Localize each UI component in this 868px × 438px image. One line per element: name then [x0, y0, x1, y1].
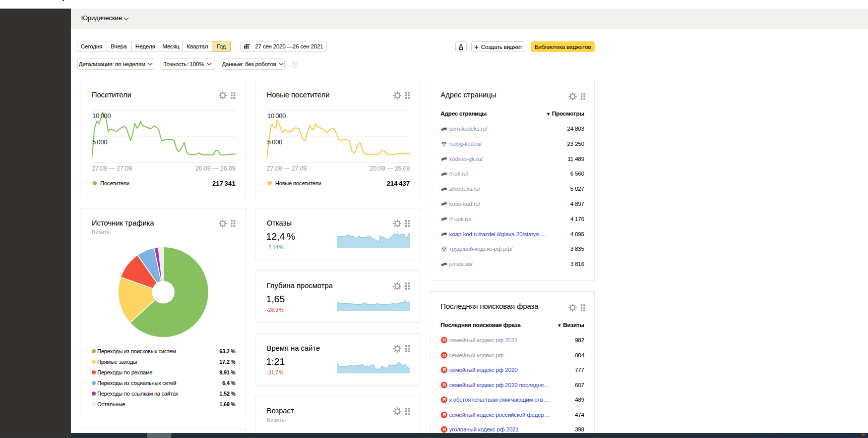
- svg-text:Я: Я: [443, 337, 446, 343]
- svg-text:Я: Я: [443, 367, 446, 372]
- svg-text:Я: Я: [443, 382, 446, 388]
- svg-text:Я: Я: [443, 397, 446, 402]
- svg-text:Я: Я: [443, 426, 446, 432]
- svg-text:Я: Я: [443, 352, 446, 358]
- svg-text:Я: Я: [443, 412, 446, 417]
